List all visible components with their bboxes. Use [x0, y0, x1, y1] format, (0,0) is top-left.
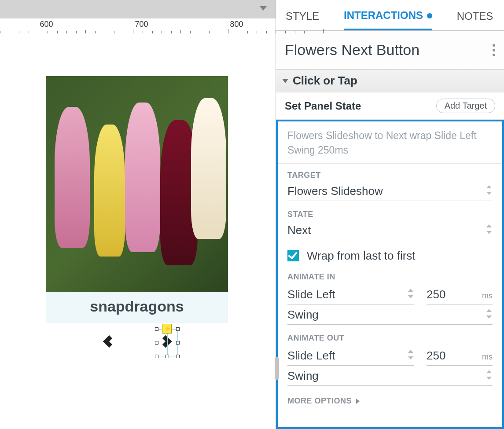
ruler-label: 600	[40, 20, 53, 29]
animate-out-easing-select[interactable]: Swing	[287, 367, 493, 386]
action-config: Flowers Slideshow to Next wrap Slide Lef…	[276, 120, 504, 429]
horizontal-ruler: 600700800	[0, 18, 276, 33]
animate-in-easing: Swing	[287, 308, 319, 321]
tab-interactions-label: INTERACTIONS	[344, 9, 423, 21]
event-label: Click or Tap	[293, 74, 357, 88]
canvas[interactable]: snapdragons	[0, 33, 276, 429]
target-label: TARGET	[287, 171, 493, 180]
scrollbar-thumb[interactable]	[275, 357, 279, 380]
animate-in-label: ANIMATE IN	[287, 272, 493, 282]
more-menu-icon[interactable]	[493, 44, 495, 56]
target-select[interactable]: Flowers Slideshow	[287, 183, 493, 201]
canvas-toolbar	[0, 0, 276, 18]
flowers-slideshow[interactable]: snapdragons	[46, 76, 228, 358]
stepper-icon	[407, 350, 414, 359]
interactions-indicator-icon	[427, 13, 432, 18]
animate-out-duration-input[interactable]	[427, 349, 462, 363]
action-summary: Flowers Slideshow to Next wrap Slide Lef…	[278, 121, 502, 164]
stepper-icon	[486, 185, 493, 195]
add-target-button[interactable]: Add Target	[436, 99, 495, 113]
more-options-toggle[interactable]: MORE OPTIONS	[278, 388, 502, 414]
prev-button[interactable]	[100, 332, 119, 354]
ruler-label: 700	[135, 20, 148, 29]
animate-in-duration-field[interactable]: ms	[427, 286, 493, 304]
stepper-icon	[486, 224, 493, 234]
wrap-label: Wrap from last to first	[307, 249, 416, 263]
chevron-right-icon	[159, 335, 172, 348]
target-value: Flowers Slideshow	[287, 184, 383, 198]
animate-out-duration-field[interactable]: ms	[427, 347, 493, 366]
state-select[interactable]: Next	[287, 222, 493, 240]
wrap-checkbox[interactable]	[287, 250, 299, 261]
triangle-right-icon	[356, 399, 360, 404]
canvas-area: 600700800 snapdragons	[0, 0, 276, 429]
ms-label: ms	[482, 352, 493, 362]
animate-out-type: Slide Left	[287, 349, 335, 362]
element-name: Flowers Next Button	[285, 41, 419, 59]
slideshow-nav: ⚡	[46, 327, 228, 358]
animate-out-type-select[interactable]: Slide Left	[287, 347, 414, 366]
event-header[interactable]: Click or Tap	[276, 70, 504, 92]
slide-caption: snapdragons	[46, 292, 228, 323]
slide-image	[46, 76, 228, 292]
inspector-panel: STYLE INTERACTIONS NOTES Flowers Next Bu…	[276, 0, 504, 429]
chevron-left-icon	[103, 335, 115, 348]
collapse-triangle-icon	[282, 79, 288, 83]
state-label: STATE	[287, 210, 493, 219]
panel-tabs: STYLE INTERACTIONS NOTES	[276, 0, 504, 31]
state-value: Next	[287, 224, 311, 237]
animate-in-duration-input[interactable]	[427, 288, 462, 301]
animate-out-easing: Swing	[287, 369, 319, 382]
animate-out-label: ANIMATE OUT	[287, 334, 493, 343]
ruler-label: 800	[230, 20, 243, 29]
tab-interactions[interactable]: INTERACTIONS	[344, 0, 432, 30]
interaction-badge-icon[interactable]: ⚡	[162, 324, 172, 334]
chevron-down-icon[interactable]	[260, 6, 267, 11]
stepper-icon	[486, 309, 493, 319]
animate-in-type-select[interactable]: Slide Left	[287, 286, 414, 304]
element-name-row: Flowers Next Button	[276, 31, 504, 70]
tab-notes[interactable]: NOTES	[457, 1, 493, 29]
stepper-icon	[486, 370, 493, 380]
action-label: Set Panel State	[285, 100, 361, 112]
stepper-icon	[407, 289, 414, 298]
more-options-label: MORE OPTIONS	[287, 396, 352, 405]
tab-style[interactable]: STYLE	[286, 1, 319, 29]
animate-in-easing-select[interactable]: Swing	[287, 306, 493, 325]
animate-in-type: Slide Left	[287, 288, 335, 301]
next-button[interactable]	[159, 332, 178, 354]
action-row: Set Panel State Add Target	[276, 92, 504, 120]
ms-label: ms	[482, 291, 493, 301]
